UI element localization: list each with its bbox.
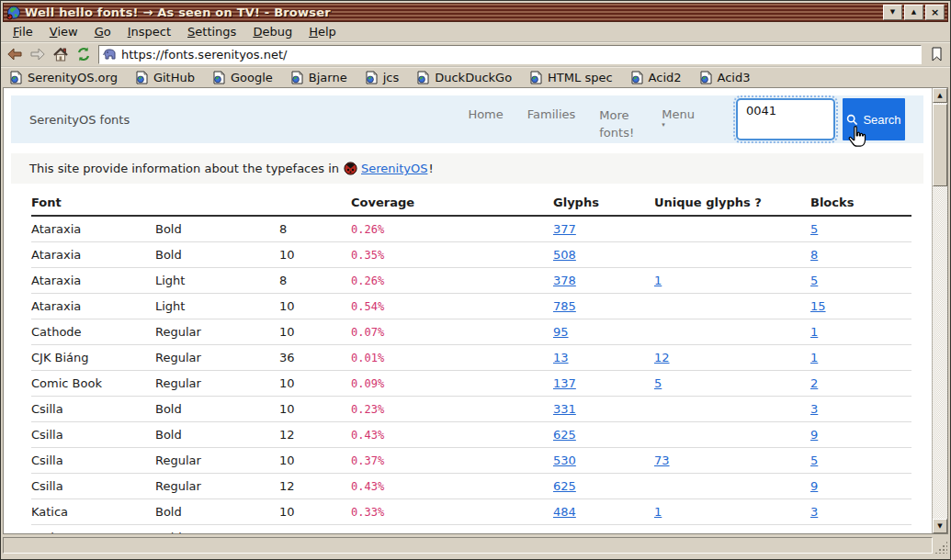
bookmark-duckduckgo[interactable]: DuckDuckGo xyxy=(416,71,512,84)
blocks-link[interactable]: 1 xyxy=(810,325,911,339)
scrollbar-thumb[interactable] xyxy=(933,104,947,186)
blocks-link[interactable]: 3 xyxy=(810,531,911,533)
bookmark-html-spec[interactable]: HTML spec xyxy=(529,71,612,84)
table-row: Cathode Regular 10 0.07% 95 1 xyxy=(31,319,911,345)
bookmark-label: jcs xyxy=(383,71,400,84)
glyphs-link[interactable]: 331 xyxy=(553,402,654,416)
nav-home[interactable]: Home xyxy=(468,107,503,142)
bookmark-google[interactable]: Google xyxy=(212,71,273,84)
nav-more-fonts-[interactable]: More fonts! xyxy=(599,107,638,142)
browser-content-area: SerenityOS fonts HomeFamiliesMore fonts!… xyxy=(3,87,948,534)
menu-debug[interactable]: Debug xyxy=(244,24,300,39)
blocks-link[interactable]: 1 xyxy=(810,351,911,364)
bookmark-acid2[interactable]: Acid2 xyxy=(630,71,682,84)
page-globe-icon xyxy=(630,71,643,84)
home-button[interactable] xyxy=(52,46,69,62)
font-name: Csilla xyxy=(31,454,155,467)
coverage-percent: 0.23% xyxy=(351,403,425,416)
blocks-link[interactable]: 3 xyxy=(810,402,911,416)
intro-suffix: ! xyxy=(428,162,433,175)
font-name: Katica xyxy=(31,531,155,533)
bookmark-jcs[interactable]: jcs xyxy=(365,71,400,84)
blocks-link[interactable]: 8 xyxy=(810,248,911,262)
maximize-button[interactable]: ▲ xyxy=(904,5,923,20)
blocks-link[interactable]: 9 xyxy=(810,479,911,493)
font-name: Csilla xyxy=(31,479,155,493)
font-size: 10 xyxy=(279,248,351,262)
blocks-link[interactable]: 2 xyxy=(810,376,911,390)
menu-inspect[interactable]: Inspect xyxy=(119,24,179,39)
menu-go[interactable]: Go xyxy=(86,24,119,39)
table-row: Csilla Regular 10 0.37% 530 73 5 xyxy=(31,448,911,474)
bookmark-ribbon-icon[interactable] xyxy=(928,46,945,62)
chevron-down-icon: ▾ xyxy=(662,124,695,127)
blocks-link[interactable]: 5 xyxy=(810,274,911,287)
page-globe-icon xyxy=(9,71,22,84)
resize-grip-icon[interactable] xyxy=(934,541,947,554)
glyphs-link[interactable]: 625 xyxy=(553,479,654,493)
menu-settings[interactable]: Settings xyxy=(179,24,244,39)
menu-file[interactable]: File xyxy=(5,24,41,39)
serenityos-link[interactable]: SerenityOS xyxy=(361,162,427,175)
bookmark-github[interactable]: GitHub xyxy=(135,71,195,84)
minimize-button[interactable]: ▼ xyxy=(883,5,902,20)
font-style: Light xyxy=(155,299,279,313)
unique-glyphs-link[interactable]: 5 xyxy=(654,376,810,390)
search-button[interactable]: Search xyxy=(843,98,905,140)
glyphs-link[interactable]: 625 xyxy=(553,428,654,442)
unique-glyphs-link[interactable]: 73 xyxy=(654,454,810,467)
glyphs-link[interactable]: 785 xyxy=(553,299,654,313)
browser-globe-ladybug-icon xyxy=(6,6,21,20)
coverage-percent: 0.07% xyxy=(351,326,425,339)
page-globe-icon xyxy=(365,71,378,84)
forward-button[interactable] xyxy=(29,46,46,62)
reload-button[interactable] xyxy=(75,46,92,62)
bookmark-label: SerenityOS.org xyxy=(28,71,118,84)
bookmark-label: Acid3 xyxy=(718,71,751,84)
glyphs-link[interactable]: 95 xyxy=(553,325,654,339)
coverage-percent: 0.43% xyxy=(351,429,425,442)
address-bar[interactable]: https://fonts.serenityos.net/ xyxy=(98,45,922,64)
font-size: 8 xyxy=(279,222,351,236)
font-size: 12 xyxy=(279,479,351,493)
nav-menu[interactable]: Menu▾ xyxy=(662,107,695,142)
site-nav: HomeFamiliesMore fonts!Menu▾ xyxy=(468,95,695,142)
glyphs-link[interactable]: 508 xyxy=(553,248,654,262)
blocks-link[interactable]: 15 xyxy=(810,299,911,313)
scroll-up-button[interactable]: ▲ xyxy=(933,88,947,103)
blocks-link[interactable]: 9 xyxy=(810,428,911,442)
bookmark-bjarne[interactable]: Bjarne xyxy=(290,71,347,84)
blocks-link[interactable]: 5 xyxy=(810,454,911,467)
glyphs-link[interactable]: 137 xyxy=(553,376,654,390)
nav-families[interactable]: Families xyxy=(527,107,576,142)
unique-glyphs-link[interactable]: 12 xyxy=(654,351,810,364)
table-row: Ataraxia Bold 10 0.35% 508 8 xyxy=(31,242,911,268)
font-style: Bold xyxy=(155,248,279,262)
table-row: Csilla Bold 12 0.43% 625 9 xyxy=(31,422,911,448)
glyphs-link[interactable]: 377 xyxy=(553,222,654,236)
blocks-link[interactable]: 5 xyxy=(810,222,911,236)
close-button[interactable]: × xyxy=(925,5,945,20)
site-header: SerenityOS fonts HomeFamiliesMore fonts!… xyxy=(11,95,923,143)
menu-bar: FileViewGoInspectSettingsDebugHelp xyxy=(1,22,950,42)
unique-glyphs-link[interactable]: 1 xyxy=(654,505,810,519)
scroll-down-button[interactable]: ▼ xyxy=(933,519,947,533)
menu-view[interactable]: View xyxy=(41,24,86,39)
vertical-scrollbar[interactable]: ▲ ▼ xyxy=(932,88,947,533)
glyphs-link[interactable]: 378 xyxy=(553,274,654,287)
unique-glyphs-link[interactable]: 1 xyxy=(654,274,810,287)
glyphs-link[interactable]: 484 xyxy=(553,505,654,519)
menu-help[interactable]: Help xyxy=(300,24,345,39)
blocks-link[interactable]: 3 xyxy=(810,505,911,519)
search-input[interactable]: 0041 xyxy=(736,98,835,140)
glyphs-link[interactable]: 530 xyxy=(553,454,654,467)
page-globe-icon xyxy=(290,71,303,84)
font-style: Bold xyxy=(155,222,279,236)
glyphs-link[interactable]: 343 xyxy=(553,531,654,533)
table-row: Comic Book Regular 10 0.09% 137 5 2 xyxy=(31,371,911,397)
bookmark-acid3[interactable]: Acid3 xyxy=(699,71,751,84)
back-button[interactable] xyxy=(6,46,23,62)
bookmark-serenityos-org[interactable]: SerenityOS.org xyxy=(9,71,118,84)
title-bar[interactable]: Well hello fonts! → As seen on TV! - Bro… xyxy=(3,3,948,22)
glyphs-link[interactable]: 13 xyxy=(553,351,654,364)
